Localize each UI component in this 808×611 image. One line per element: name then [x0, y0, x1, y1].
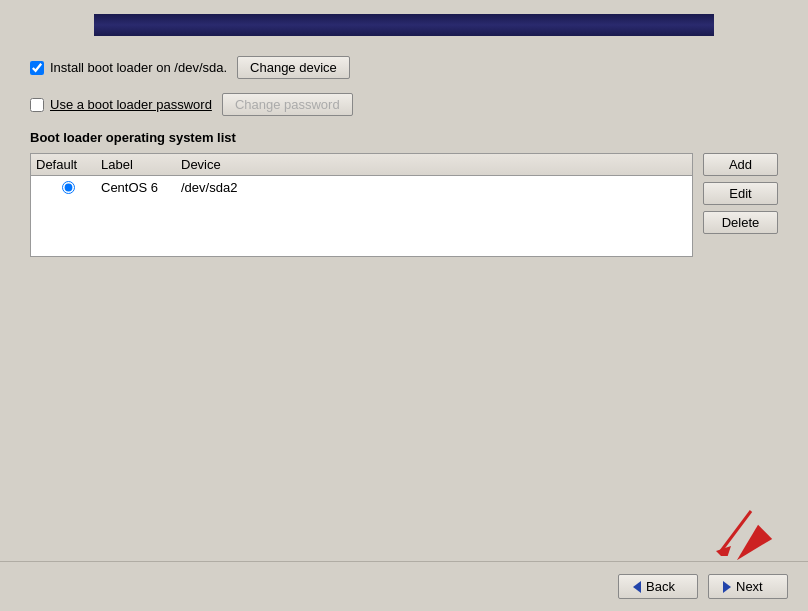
- use-password-label[interactable]: Use a boot loader password: [30, 97, 212, 112]
- table-body: CentOS 6 /dev/sda2: [31, 176, 692, 256]
- header-bar: [94, 14, 714, 36]
- back-arrow-icon: [633, 581, 641, 593]
- bottom-bar: Back Next: [0, 561, 808, 611]
- table-buttons: Add Edit Delete: [703, 153, 778, 234]
- back-label: Back: [646, 579, 675, 594]
- table-wrapper: Default Label Device CentOS 6 /dev/sda2 …: [30, 153, 778, 257]
- install-bootloader-text: Install boot loader on /dev/sda.: [50, 60, 227, 75]
- col-label: Label: [101, 157, 181, 172]
- change-device-button[interactable]: Change device: [237, 56, 350, 79]
- bootloader-section: Boot loader operating system list Defaul…: [30, 130, 778, 257]
- col-device: Device: [181, 157, 687, 172]
- svg-line-0: [721, 511, 751, 551]
- os-table: Default Label Device CentOS 6 /dev/sda2: [30, 153, 693, 257]
- install-bootloader-row: Install boot loader on /dev/sda. Change …: [30, 56, 778, 79]
- use-password-checkbox[interactable]: [30, 98, 44, 112]
- edit-button[interactable]: Edit: [703, 182, 778, 205]
- use-password-text: Use a boot loader password: [50, 97, 212, 112]
- next-label: Next: [736, 579, 763, 594]
- main-content: Install boot loader on /dev/sda. Change …: [0, 36, 808, 277]
- section-title: Boot loader operating system list: [30, 130, 778, 145]
- col-default: Default: [36, 157, 101, 172]
- add-button[interactable]: Add: [703, 153, 778, 176]
- next-arrow-icon: [723, 581, 731, 593]
- use-password-row: Use a boot loader password Change passwo…: [30, 93, 778, 116]
- os-label: CentOS 6: [101, 180, 181, 195]
- delete-button[interactable]: Delete: [703, 211, 778, 234]
- default-radio[interactable]: [62, 181, 75, 194]
- table-header: Default Label Device: [31, 154, 692, 176]
- back-button[interactable]: Back: [618, 574, 698, 599]
- os-device: /dev/sda2: [181, 180, 687, 195]
- change-password-button[interactable]: Change password: [222, 93, 353, 116]
- table-row[interactable]: CentOS 6 /dev/sda2: [31, 176, 692, 199]
- install-bootloader-label[interactable]: Install boot loader on /dev/sda.: [30, 60, 227, 75]
- next-button[interactable]: Next: [708, 574, 788, 599]
- install-bootloader-checkbox[interactable]: [30, 61, 44, 75]
- svg-marker-1: [716, 546, 731, 556]
- radio-cell[interactable]: [36, 181, 101, 194]
